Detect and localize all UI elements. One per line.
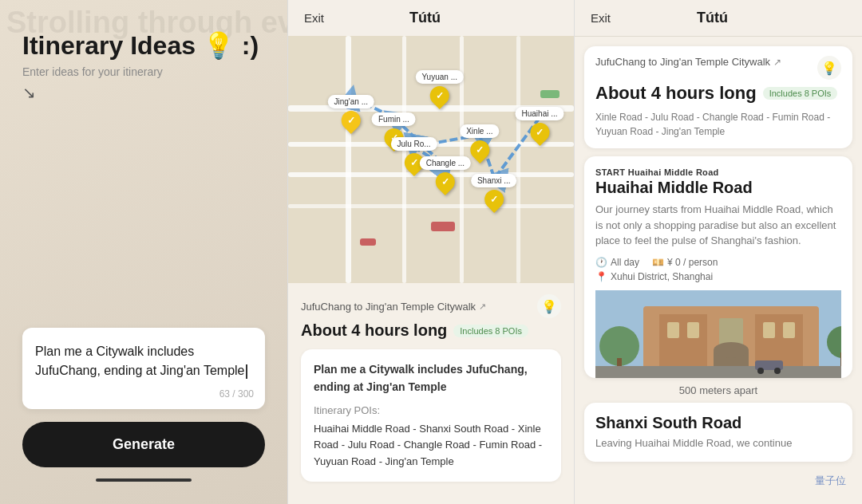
map-container[interactable]: Yuyuan ... ✓ Jing'an ... ✓ Fumin ... ✓ J… <box>288 36 574 283</box>
p3-next-poi-card: Shanxi South Road Leaving Huaihai Middle… <box>584 403 852 463</box>
poi-bubble-huaihai: Huaihai ... <box>516 107 564 120</box>
poi-pin-xinle: ✓ <box>466 136 493 163</box>
svg-rect-7 <box>783 322 795 338</box>
p3-duration-row: About 4 hours long Includes 8 POIs <box>595 83 841 104</box>
poi-pin-changle: ✓ <box>432 168 459 195</box>
includes-badge: Includes 8 POIs <box>453 325 528 337</box>
location-pin-icon: 📍 <box>595 271 607 282</box>
clock-icon: 🕐 <box>595 257 607 268</box>
home-indicator <box>96 478 192 482</box>
p3-start-label: START Huaihai Middle Road <box>595 167 841 177</box>
poi-marker-yuyuan: Yuyuan ... ✓ <box>415 70 463 105</box>
p3-duration-text: About 4 hours long <box>595 83 757 104</box>
text-cursor <box>246 364 247 379</box>
poi-bubble-julu: Julu Ro... <box>390 137 437 151</box>
panel2-exit-button[interactable]: Exit <box>304 11 324 25</box>
panel3-header: Exit Tútú <box>575 0 862 37</box>
p3-includes-badge: Includes 8 POIs <box>763 87 838 100</box>
panel1-subtitle: Enter ideas for your itinerary <box>22 65 265 78</box>
p3-distance-badge: 500 meters apart <box>575 378 862 403</box>
panel3-content: JufuChang to Jing'an Temple Citywalk ↗ 💡… <box>575 37 862 504</box>
itinerary-title-text: JufuChang to Jing'an Temple Citywalk ↗ <box>301 301 486 313</box>
char-count: 63 / 300 <box>219 387 254 401</box>
p3-location-text: Xuhui District, Shanghai <box>611 271 713 282</box>
itinerary-title-row: JufuChang to Jing'an Temple Citywalk ↗ 💡 <box>301 294 561 318</box>
p3-itinerary-title: JufuChang to Jing'an Temple Citywalk <box>595 56 770 68</box>
svg-rect-6 <box>763 322 775 338</box>
p3-top-card: JufuChang to Jing'an Temple Citywalk ↗ 💡… <box>584 46 852 148</box>
itinerary-input-box[interactable]: Plan me a Citywalk includes JufuChang, e… <box>22 328 265 409</box>
poi-pin-huaihai: ✓ <box>526 119 553 146</box>
poi-pin-shanxi: ✓ <box>480 186 508 213</box>
p3-route-text: Xinle Road - Julu Road - Changle Road - … <box>595 110 841 139</box>
price-icon: 💴 <box>652 257 664 268</box>
panel3-exit-button[interactable]: Exit <box>591 11 611 25</box>
svg-point-17 <box>757 368 764 374</box>
generate-button[interactable]: Generate <box>22 422 265 467</box>
chat-title: Plan me a Citywalk includes JufuChang, e… <box>314 360 548 396</box>
p3-location: 📍 Xuhui District, Shanghai <box>595 271 841 282</box>
chat-pois-text: Huaihai Middle Road - Shanxi South Road … <box>314 421 548 471</box>
p3-edit-icon[interactable]: ↗ <box>773 57 781 68</box>
poi-marker-shanxi: Shanxi ... ✓ <box>471 174 517 209</box>
p3-poi-meta: 🕐 All day 💴 ¥ 0 / person <box>595 257 841 268</box>
poi-bubble-yuyuan: Yuyuan ... <box>415 70 463 84</box>
poi-pin-jingan: ✓ <box>338 107 365 134</box>
svg-rect-15 <box>595 366 841 378</box>
panel2-title: Tútú <box>409 10 441 26</box>
itinerary-input-text: Plan me a Citywalk includes JufuChang, e… <box>35 345 245 377</box>
panel-detail-view: Exit Tútú JufuChang to Jing'an Temple Ci… <box>575 0 862 504</box>
chat-bubble: Plan me a Citywalk includes JufuChang, e… <box>301 349 561 482</box>
p3-title-text: JufuChang to Jing'an Temple Citywalk ↗ <box>595 56 781 68</box>
p3-poi-name: Huaihai Middle Road <box>595 179 841 197</box>
p3-bulb-icon[interactable]: 💡 <box>817 56 841 80</box>
panel2-bottom: JufuChang to Jing'an Temple Citywalk ↗ 💡… <box>288 283 574 504</box>
poi-marker-xinle: Xinle ... ✓ <box>460 124 499 159</box>
p3-poi-image <box>595 290 841 378</box>
poi-marker-changle: Changle ... ✓ <box>420 156 471 191</box>
svg-point-18 <box>774 368 781 374</box>
svg-rect-4 <box>667 322 679 338</box>
bulb-icon-btn[interactable]: 💡 <box>537 294 561 318</box>
p3-time-meta: 🕐 All day <box>595 257 639 268</box>
poi-marker-huaihai: Huaihai ... ✓ <box>516 107 564 142</box>
panel-itinerary-ideas: Strolling through ever Itinerary Ideas 💡… <box>0 0 287 504</box>
svg-point-10 <box>714 342 749 358</box>
svg-rect-5 <box>687 322 699 338</box>
chat-section-label: Itinerary POIs: <box>314 403 548 419</box>
p3-price-meta: 💴 ¥ 0 / person <box>652 257 718 268</box>
poi-pin-yuyuan: ✓ <box>426 82 453 109</box>
p3-next-poi-desc: Leaving Huaihai Middle Road, we continue <box>595 435 841 451</box>
panel1-input-area: Plan me a Citywalk includes JufuChang, e… <box>22 328 265 482</box>
panel3-title: Tútú <box>697 10 728 26</box>
p3-poi-desc: Our journey starts from Huaihai Middle R… <box>595 202 841 249</box>
panel1-title: Itinerary Ideas 💡 :) <box>22 30 265 61</box>
poi-marker-jingan: Jing'an ... ✓ <box>328 95 375 130</box>
itinerary-title-label: JufuChang to Jing'an Temple Citywalk <box>301 301 476 313</box>
watermark: 量子位 <box>815 474 846 488</box>
p3-price-text: ¥ 0 / person <box>667 257 718 268</box>
p3-time-text: All day <box>611 257 639 268</box>
duration-text: About 4 hours long <box>301 321 447 340</box>
panel2-header: Exit Tútú <box>288 0 574 36</box>
poi-bubble-fumin: Fumin ... <box>372 112 416 126</box>
p3-start-poi-card: START Huaihai Middle Road Huaihai Middle… <box>584 156 852 378</box>
panel1-arrow: ↘ <box>22 83 265 102</box>
p3-next-poi-name: Shanxi South Road <box>595 414 841 432</box>
svg-rect-8 <box>719 318 743 346</box>
poi-bubble-xinle: Xinle ... <box>460 124 499 138</box>
edit-icon[interactable]: ↗ <box>479 301 486 312</box>
panel-map-view: Exit Tútú Yuy <box>287 0 575 504</box>
building-illustration <box>595 290 841 378</box>
duration-row: About 4 hours long Includes 8 POIs <box>301 321 561 340</box>
poi-bubble-shanxi: Shanxi ... <box>471 174 517 187</box>
p3-title-row: JufuChang to Jing'an Temple Citywalk ↗ 💡 <box>595 56 841 80</box>
poi-bubble-jingan: Jing'an ... <box>328 95 375 108</box>
